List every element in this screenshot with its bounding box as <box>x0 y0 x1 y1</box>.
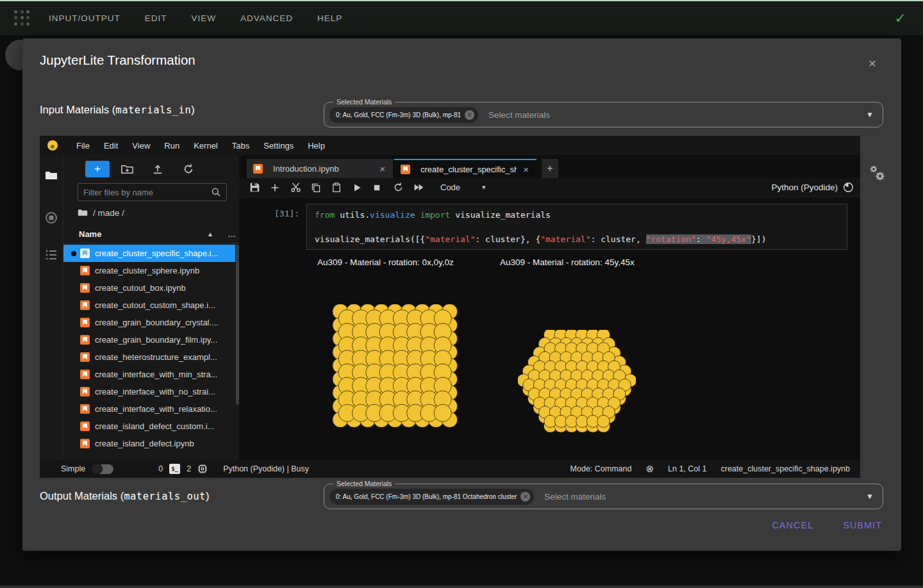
header-menu-icon[interactable]: … <box>228 229 237 239</box>
file-row[interactable]: create_island_defect.ipynb <box>63 435 235 452</box>
file-row[interactable]: create_cluster_sphere.ipynb <box>63 262 235 279</box>
file-row[interactable]: create_cutout_custom_shape.i... <box>63 297 235 314</box>
insert-cell-icon[interactable] <box>270 183 290 193</box>
code-line <box>315 221 839 233</box>
new-folder-icon[interactable] <box>121 163 140 176</box>
trust-icon: ⊗ <box>645 463 654 475</box>
output-material-chip[interactable]: 0: Au, Gold, FCC (Fm-3m) 3D (Bulk), mp-8… <box>329 489 534 505</box>
breadcrumb-path[interactable]: / made / <box>93 208 124 218</box>
file-row[interactable]: create_grain_boundary_film.ipy... <box>63 331 235 348</box>
cursor-position[interactable]: Ln 1, Col 1 <box>668 464 706 473</box>
input-select-placeholder: Select materials <box>488 110 550 120</box>
cancel-button[interactable]: CANCEL <box>772 520 813 530</box>
paste-cells-icon[interactable] <box>331 183 352 193</box>
dropdown-caret-icon[interactable]: ▼ <box>866 110 874 119</box>
dropdown-caret-icon[interactable]: ▼ <box>866 492 874 501</box>
notebook-file-icon <box>80 249 90 258</box>
notebook-tab[interactable]: Introduction.ipynb× <box>247 159 393 178</box>
terminals-count[interactable]: 0 <box>158 464 163 473</box>
activity-bar <box>40 155 63 460</box>
save-icon[interactable] <box>249 182 270 193</box>
sort-caret-icon[interactable]: ▲ <box>207 231 213 238</box>
terminal-icon: $_ <box>169 464 180 474</box>
chip-remove-icon[interactable]: ✕ <box>520 492 530 502</box>
jupyter-menu-item-tabs[interactable]: Tabs <box>225 141 256 151</box>
run-cell-icon[interactable] <box>352 183 372 193</box>
status-bar: Simple 0 $_ 2 Python (Pyodide) | Busy Mo… <box>40 460 860 478</box>
jupyter-menu-item-settings[interactable]: Settings <box>256 141 301 151</box>
file-row[interactable]: create_interface_with_relaxatio... <box>63 400 235 418</box>
upload-icon[interactable] <box>152 163 171 175</box>
submit-button[interactable]: SUBMIT <box>843 520 882 530</box>
jupyter-menu-item-help[interactable]: Help <box>301 141 332 151</box>
chip-remove-icon[interactable]: ✕ <box>465 110 474 120</box>
kernel-status-text[interactable]: Python (Pyodide) | Busy <box>223 464 309 473</box>
run-all-icon[interactable] <box>413 182 434 193</box>
top-menu-item-input-output[interactable]: INPUT/OUTPUT <box>49 13 121 23</box>
copy-cells-icon[interactable] <box>311 183 331 193</box>
breadcrumb[interactable]: / made / <box>78 208 124 218</box>
dialog-actions: CANCEL SUBMIT <box>22 520 901 530</box>
top-menu-item-edit[interactable]: EDIT <box>145 13 167 23</box>
file-browser-tab-icon[interactable] <box>45 169 58 182</box>
jupyter-menu-item-kernel[interactable]: Kernel <box>187 141 225 151</box>
close-icon[interactable]: × <box>863 55 881 73</box>
top-menu-item-help[interactable]: HELP <box>317 13 342 23</box>
file-row[interactable]: create_grain_boundary_crystal.... <box>63 314 235 331</box>
file-name: create_cutout_box.ipynb <box>95 283 186 293</box>
file-row[interactable]: create_interface_with_min_stra... <box>63 366 235 383</box>
input-material-chip[interactable]: 0: Au, Gold, FCC (Fm-3m) 3D (Bulk), mp-8… <box>329 107 478 123</box>
notebook-toolbar: Code ▾ Python (Pyodide) <box>239 178 860 197</box>
file-row[interactable]: create_cluster_specific_shape.i... <box>63 245 235 262</box>
file-row[interactable]: create_island_defect_custom.i... <box>63 418 235 435</box>
add-tab-button[interactable]: + <box>542 159 558 178</box>
column-header-name[interactable]: Name <box>79 229 101 239</box>
cell-type-caret-icon[interactable]: ▾ <box>482 183 486 192</box>
output-field-legend: Selected Materials <box>333 480 395 487</box>
running-sessions-icon[interactable] <box>45 211 58 224</box>
cell-prompt: [31]: <box>274 209 299 218</box>
restart-kernel-icon[interactable] <box>393 182 413 193</box>
file-row[interactable]: create_heterostructure_exampl... <box>63 348 235 366</box>
kernels-count[interactable]: 2 <box>187 464 191 473</box>
file-row[interactable]: create_interface_with_no_strai... <box>63 383 235 400</box>
check-icon[interactable]: ✓ <box>895 10 906 27</box>
file-row[interactable]: create_cutout_box.ipynb <box>63 279 235 297</box>
kernel-busy-icon <box>843 182 854 193</box>
table-of-contents-icon[interactable] <box>45 249 58 261</box>
new-launcher-button[interactable]: + <box>85 161 110 177</box>
kernel-name[interactable]: Python (Pyodide) <box>771 183 838 192</box>
cell-type-select[interactable]: Code <box>440 183 460 192</box>
file-list-header[interactable]: Name ▲ … <box>63 225 239 243</box>
notebook-file-icon <box>80 300 90 310</box>
jupyter-menu-item-file[interactable]: File <box>69 141 97 151</box>
running-dot-placeholder <box>71 338 76 343</box>
jupyter-menu-item-view[interactable]: View <box>125 141 157 151</box>
simple-mode-toggle[interactable] <box>92 464 113 474</box>
code-cell[interactable]: from utils.visualize import visualize_ma… <box>306 204 847 250</box>
simple-mode-label: Simple <box>61 464 85 473</box>
file-name: create_interface_with_relaxatio... <box>95 404 217 414</box>
interrupt-kernel-icon[interactable] <box>372 183 393 192</box>
cut-cells-icon[interactable] <box>290 182 311 193</box>
tab-close-icon[interactable]: × <box>378 163 387 174</box>
output-label-code: materials_out <box>124 491 206 502</box>
jupyterlite-transformation-dialog: JupyterLite Transformation × Input Mater… <box>22 38 901 551</box>
input-materials-select[interactable]: Selected Materials 0: Au, Gold, FCC (Fm-… <box>324 102 883 127</box>
output-materials-select[interactable]: Selected Materials 0: Au, Gold, FCC (Fm-… <box>324 484 883 509</box>
app-grid-icon[interactable] <box>14 10 31 27</box>
notebook-tab[interactable]: create_cluster_specific_sha× <box>394 159 536 178</box>
input-label-suffix: ) <box>191 104 195 115</box>
file-name: create_interface_with_no_strai... <box>95 387 215 396</box>
file-name: create_cluster_specific_shape.i... <box>95 249 218 258</box>
jupyter-menu-item-edit[interactable]: Edit <box>97 141 125 151</box>
settings-gears-icon[interactable] <box>867 164 888 184</box>
top-menu-item-view[interactable]: VIEW <box>192 13 217 23</box>
file-name: create_grain_boundary_crystal.... <box>95 318 219 327</box>
refresh-icon[interactable] <box>183 163 202 175</box>
jupyter-menu-item-run[interactable]: Run <box>157 141 187 151</box>
top-menu-item-advanced[interactable]: ADVANCED <box>240 13 293 23</box>
tab-close-icon[interactable]: × <box>522 164 530 175</box>
file-name: create_interface_with_min_stra... <box>95 370 217 379</box>
file-filter-input[interactable] <box>78 188 211 197</box>
